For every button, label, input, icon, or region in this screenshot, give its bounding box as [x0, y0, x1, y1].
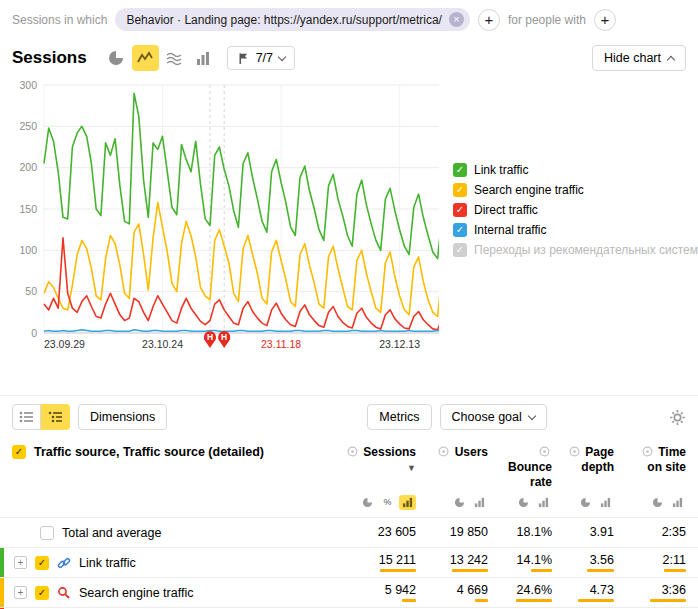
svg-text:150: 150 [19, 203, 37, 215]
column-header-bounce-rate[interactable]: Bounce rate [500, 445, 564, 489]
svg-text:0: 0 [31, 327, 37, 339]
bars-toggle-icon[interactable] [597, 495, 614, 510]
cell-value: 2:35 [662, 526, 686, 539]
svg-text:250: 250 [19, 120, 37, 132]
select-all-checkbox[interactable]: ✓ [12, 445, 26, 459]
check-icon: ✓ [456, 225, 464, 235]
cell-value: 4 669 [457, 584, 488, 597]
legend-checkbox[interactable]: ✓ [453, 183, 467, 197]
bars-toggle-icon[interactable] [399, 495, 416, 510]
metric-info-icon [642, 446, 653, 460]
segment-filter-bar: Sessions in which Behavior · Landing pag… [0, 0, 698, 37]
check-icon: ✓ [15, 447, 23, 457]
add-session-filter-button[interactable]: + [478, 9, 500, 31]
pie-toggle-icon[interactable] [649, 495, 666, 510]
flat-list-view-button[interactable] [12, 404, 41, 430]
dimension-column-header[interactable]: Traffic source, Traffic source (detailed… [34, 445, 264, 459]
chevron-up-icon [667, 55, 675, 63]
bars-toggle-icon[interactable] [669, 495, 686, 510]
svg-text:23.10.24: 23.10.24 [142, 338, 183, 350]
check-icon: ✓ [456, 165, 464, 175]
hide-chart-button[interactable]: Hide chart [592, 45, 686, 71]
cell-value: 2:11 [663, 554, 686, 567]
svg-text:Н: Н [221, 332, 227, 342]
tree-view-button[interactable] [41, 404, 70, 430]
expand-row-button[interactable]: + [14, 586, 27, 599]
choose-goal-dropdown[interactable]: Choose goal [440, 404, 547, 430]
legend-checkbox[interactable]: ✓ [453, 223, 467, 237]
settings-button[interactable] [669, 409, 686, 426]
remove-segment-icon[interactable]: × [449, 12, 464, 27]
check-icon: ✓ [38, 558, 46, 568]
bar-chart-icon [195, 50, 211, 66]
metric-display-toggles: % [0, 489, 698, 517]
link-icon [57, 556, 71, 570]
legend-checkbox[interactable]: ✓ [453, 163, 467, 177]
pie-toggle-icon[interactable] [359, 495, 376, 510]
legend-item-recommendation-traffic[interactable]: ✓ Переходы из рекомендательных систем [453, 243, 698, 257]
legend-item-link-traffic[interactable]: ✓ Link traffic [453, 163, 698, 177]
chart-legend: ✓ Link traffic ✓ Search engine traffic ✓… [453, 77, 698, 365]
stacked-chart-type-button[interactable] [161, 45, 188, 71]
row-checkbox[interactable]: ✓ [40, 526, 54, 540]
line-chart-type-button[interactable] [132, 45, 159, 71]
chevron-down-icon [528, 411, 536, 419]
cell-value: 15 211 [379, 554, 416, 567]
chart-header: Sessions 7/7 Hide chart [0, 37, 698, 75]
tree-view-icon [48, 410, 63, 424]
filter-suffix-label: for people with [508, 13, 586, 27]
row-color-strip [0, 578, 4, 607]
cell-mini-bar [587, 569, 614, 572]
cell-mini-bar [664, 569, 686, 572]
column-header-sessions[interactable]: Sessions ▼ [342, 445, 428, 475]
check-icon: ✓ [456, 245, 464, 255]
cell-mini-bar [578, 599, 614, 602]
pie-chart-type-button[interactable] [103, 45, 130, 71]
check-icon: ✓ [38, 588, 46, 598]
expand-row-button[interactable]: + [14, 556, 27, 569]
cell-value: 13 242 [450, 554, 488, 567]
check-icon: ✓ [456, 185, 464, 195]
annotations-dropdown[interactable]: 7/7 [227, 46, 295, 70]
chart-section: 05010015020025030023.09.2923.10.2423.11.… [0, 75, 698, 365]
legend-item-internal-traffic[interactable]: ✓ Internal traffic [453, 223, 698, 237]
legend-checkbox[interactable]: ✓ [453, 243, 467, 257]
metrics-button[interactable]: Metrics [367, 404, 431, 430]
cell-mini-bar [516, 599, 552, 602]
pie-toggle-icon[interactable] [515, 495, 532, 510]
stacked-chart-icon [166, 50, 182, 66]
cell-value: 3.91 [590, 526, 614, 539]
table-row-search-traffic[interactable]: + ✓ Search engine traffic 5 942 4 669 24… [0, 577, 698, 607]
cell-value: 18.1% [517, 526, 552, 539]
pie-toggle-icon[interactable] [451, 495, 468, 510]
bars-toggle-icon[interactable] [471, 495, 488, 510]
svg-text:50: 50 [25, 285, 37, 297]
dimensions-button[interactable]: Dimensions [78, 404, 167, 430]
cell-value: 14.1% [517, 554, 552, 567]
bars-toggle-icon[interactable] [535, 495, 552, 510]
segment-chip[interactable]: Behavior · Landing page: https://yandex.… [115, 8, 470, 31]
svg-text:300: 300 [19, 79, 37, 91]
pie-chart-icon [108, 50, 124, 66]
legend-checkbox[interactable]: ✓ [453, 203, 467, 217]
legend-item-direct-traffic[interactable]: ✓ Direct traffic [453, 203, 698, 217]
column-header-page-depth[interactable]: Page depth [564, 445, 626, 475]
add-people-filter-button[interactable]: + [594, 9, 616, 31]
sessions-chart[interactable]: 05010015020025030023.09.2923.10.2423.11.… [6, 77, 439, 365]
metric-info-icon [539, 446, 550, 460]
column-header-users[interactable]: Users [428, 445, 500, 460]
table-row-total[interactable]: ✓ Total and average 23 605 19 850 18.1% … [0, 517, 698, 547]
percent-toggle-icon[interactable]: % [379, 495, 396, 510]
column-header-time-on-site[interactable]: Time on site [626, 445, 698, 475]
line-chart-icon [137, 50, 153, 66]
row-checkbox[interactable]: ✓ [35, 586, 49, 600]
table-row-link-traffic[interactable]: + ✓ Link traffic 15 211 13 242 14.1% 3.5… [0, 547, 698, 577]
row-checkbox[interactable]: ✓ [35, 556, 49, 570]
svg-text:23.11.18: 23.11.18 [261, 338, 301, 350]
sort-desc-icon: ▼ [407, 463, 416, 473]
legend-item-search-traffic[interactable]: ✓ Search engine traffic [453, 183, 698, 197]
pie-toggle-icon[interactable] [577, 495, 594, 510]
bar-chart-type-button[interactable] [190, 45, 217, 71]
cell-mini-bar [380, 569, 416, 572]
chevron-down-icon [278, 52, 286, 60]
